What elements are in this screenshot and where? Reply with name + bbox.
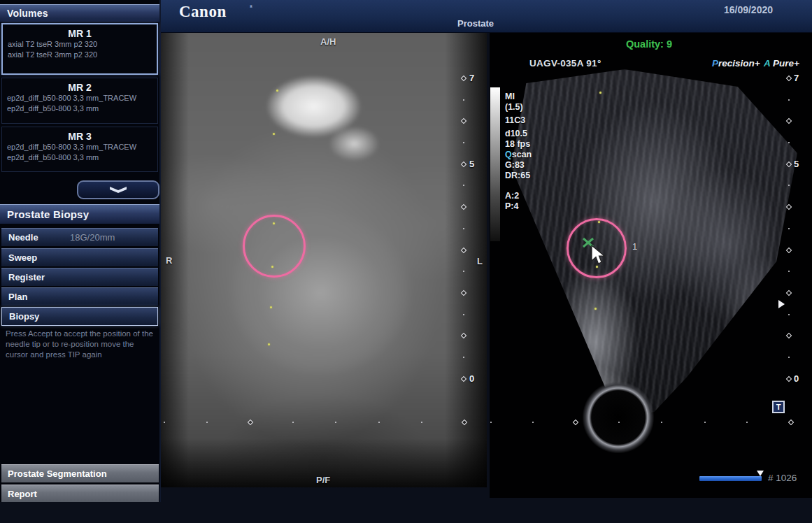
prostate-segmentation-button[interactable]: Prostate Segmentation (1, 464, 159, 482)
needle-path-dot (599, 92, 601, 94)
sidebar: Volumes MR 1 axial T2 tseR 3mm p2 320 ax… (0, 0, 161, 502)
mri-shading (161, 33, 189, 487)
ruler-tick (532, 422, 534, 423)
cine-progress-bar[interactable] (699, 476, 762, 481)
t-orientation-marker: T (772, 401, 785, 413)
mri-axial-image (161, 33, 487, 487)
ruler-tick (788, 357, 790, 358)
probe-angle-readout: UAGV-035A 91° (529, 58, 601, 69)
ruler-tick (786, 204, 792, 210)
volume-title: MR 2 (2, 78, 157, 93)
ruler-label-5: 5 (794, 159, 799, 169)
ruler-tick (463, 314, 464, 315)
ruler-tick (746, 422, 748, 423)
a-parameter: A:2 (505, 191, 532, 201)
canon-logo: Canon (179, 3, 227, 21)
volume-sequence-line: ep2d_diff_b50-800 3,3 mm_TRACEW (2, 93, 157, 103)
ruler-tick (206, 422, 208, 423)
transducer-id: 11C3 (505, 115, 532, 126)
ultrasound-image-panel[interactable]: Quality: 9 UAGV-035A 91° Precision+ A Pu… (490, 33, 812, 498)
ruler-tick (378, 422, 380, 423)
gain-readout: G:83 (505, 160, 532, 171)
ruler-tick (335, 422, 336, 423)
brand-asterisk-mark: * (250, 4, 252, 12)
ruler-tick (421, 422, 422, 423)
volume-sequence-line: ep2d_diff_b50-800 3,3 mm_TRACEW (2, 142, 157, 152)
orientation-label-left: L (477, 256, 483, 266)
dynamic-range-readout: DR:65 (505, 171, 532, 181)
ruler-tick (788, 314, 790, 315)
top-bar: Canon * Prostate 16/09/2020 (161, 0, 812, 33)
ruler-label-7: 7 (469, 73, 474, 83)
volume-sequence-line: ep2d_diff_b50-800 3,3 mm (2, 152, 157, 163)
frame-counter: # 1026 (768, 473, 797, 483)
ruler-tick (164, 422, 165, 423)
ruler-tick (786, 76, 792, 81)
p-parameter: P:4 (505, 201, 532, 212)
volume-card-mr1[interactable]: MR 1 axial T2 tseR 3mm p2 320 axial T2 t… (1, 23, 158, 75)
volume-card-mr2[interactable]: MR 2 ep2d_diff_b50-800 3,3 mm_TRACEW ep2… (1, 78, 158, 124)
ruler-tick (463, 228, 464, 229)
biopsy-button[interactable]: Biopsy (1, 307, 158, 326)
sweep-button[interactable]: Sweep (1, 248, 158, 266)
ruler-tick (786, 333, 792, 338)
ruler-tick (788, 142, 790, 143)
volume-card-mr3[interactable]: MR 3 ep2d_diff_b50-800 3,3 mm_TRACEW ep2… (1, 127, 158, 172)
needle-button[interactable]: Needle 18G/20mm (1, 228, 158, 246)
needle-path-dot (273, 133, 275, 135)
apure-rest: Pure+ (770, 58, 799, 69)
ruler-tick (463, 99, 464, 101)
application-window: Volumes MR 1 axial T2 tseR 3mm p2 320 ax… (0, 0, 812, 523)
ruler-tick (573, 420, 578, 425)
registration-quality-text: Quality: 9 (626, 38, 672, 50)
ruler-tick (786, 376, 792, 382)
needle-path-dot (594, 308, 597, 310)
grayscale-colorbar (490, 87, 500, 241)
precision-plus-badge: Precision+ (712, 58, 760, 69)
report-button[interactable]: Report (1, 485, 159, 502)
ruler-tick (292, 422, 294, 423)
ruler-tick (788, 420, 794, 425)
volume-sequence-line: axial T2 tseR 3mm p2 320 (3, 50, 157, 60)
needle-path-dot (271, 266, 273, 268)
apure-plus-badge: A Pure+ (764, 58, 799, 69)
target-number-label: 1 (632, 241, 637, 252)
cine-position-marker[interactable] (757, 471, 764, 476)
ruler-tick (786, 290, 792, 296)
biopsy-help-text: Press Accept to accept the position of t… (6, 329, 154, 360)
volume-title: MR 3 (2, 127, 157, 142)
prostate-biopsy-panel-header: Prostate Biopsy (0, 204, 159, 224)
volumes-panel-header: Volumes (0, 4, 159, 22)
qscan-indicator: Qscan (505, 150, 532, 160)
ruler-tick (788, 228, 790, 229)
needle-label: Needle (8, 232, 38, 243)
register-button[interactable]: Register (1, 268, 158, 286)
needle-path-dot (273, 222, 275, 224)
ruler-tick (463, 185, 464, 186)
mri-image-panel[interactable]: A/H R L P/F 7 5 0 (161, 33, 487, 487)
ruler-label-7: 7 (794, 73, 799, 83)
mi-value: (1.5) (505, 102, 532, 113)
qscan-rest: scan (512, 150, 532, 159)
ruler-tick (490, 422, 492, 423)
volume-title: MR 1 (3, 24, 157, 39)
acquisition-parameters: MI (1.5) 11C3 d10.5 18 fps Qscan G:83 DR… (505, 92, 532, 212)
orientation-label-right: R (166, 255, 172, 266)
focus-position-arrow-icon (778, 300, 785, 308)
mi-label: MI (505, 92, 532, 102)
ruler-tick (786, 118, 792, 124)
plan-button[interactable]: Plan (1, 287, 158, 306)
needle-gauge-value: 18G/20mm (70, 229, 115, 246)
volume-sequence-line: ep2d_diff_b50-800 3,3 mm (2, 103, 157, 114)
mouse-cursor-icon (590, 245, 605, 268)
ruler-tick (786, 248, 792, 253)
precision-initial: P (712, 58, 718, 69)
volumes-collapse-button[interactable] (77, 180, 159, 199)
ruler-label-0: 0 (794, 373, 799, 384)
ruler-tick (788, 185, 790, 186)
needle-path-dot (268, 343, 270, 345)
precision-rest: recision+ (718, 58, 760, 69)
depth-readout: d10.5 (505, 129, 532, 139)
needle-path-dot (270, 306, 272, 308)
ruler-label-5: 5 (469, 159, 474, 169)
